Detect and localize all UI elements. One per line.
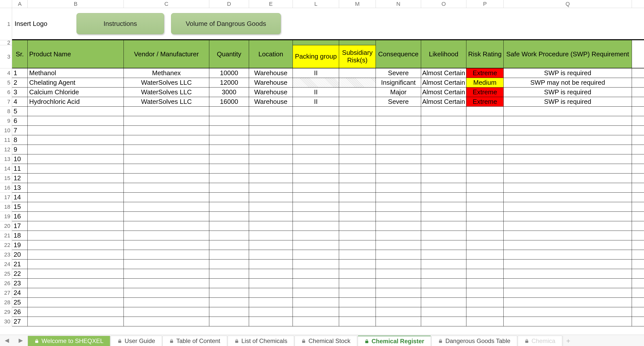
cell-cons[interactable] [376, 307, 421, 317]
cell-sub[interactable] [339, 116, 376, 125]
header-risk-rating[interactable]: Risk Rating [466, 40, 504, 68]
cell-loc[interactable] [249, 269, 293, 278]
cell-product[interactable] [28, 116, 124, 125]
cell-vendor[interactable] [124, 231, 209, 240]
cell-sub[interactable] [339, 88, 376, 97]
select-all-corner[interactable] [0, 0, 12, 8]
sheet-tab[interactable]: User Guide [111, 336, 162, 346]
cell-pg[interactable] [293, 269, 339, 278]
cell-swp[interactable] [504, 183, 632, 192]
row-header-10[interactable]: 10 [0, 126, 12, 135]
cell-risk[interactable] [466, 202, 504, 211]
row-header-21[interactable]: 21 [0, 231, 12, 240]
cell-loc[interactable] [249, 288, 293, 297]
cell-qty[interactable] [209, 317, 249, 326]
row-header-27[interactable]: 27 [0, 288, 12, 298]
cell-loc[interactable] [249, 193, 293, 202]
row-header-5[interactable]: 5 [0, 78, 12, 88]
cell-loc[interactable] [249, 116, 293, 125]
cell-sr[interactable]: 15 [12, 202, 28, 211]
cell-swp[interactable] [504, 288, 632, 297]
cell-risk[interactable] [466, 116, 504, 125]
cell-sub[interactable] [339, 135, 376, 145]
cell-lik[interactable]: Almost Certain [421, 78, 466, 87]
cell-cons[interactable] [376, 269, 421, 278]
cell-vendor[interactable] [124, 154, 209, 164]
row-header-3[interactable]: 3 [0, 45, 12, 68]
cell-qty[interactable] [209, 202, 249, 211]
volume-dangerous-goods-button[interactable]: Volume of Dangrous Goods [171, 13, 281, 34]
cell-vendor[interactable] [124, 279, 209, 288]
cell-sr[interactable]: 22 [12, 269, 28, 278]
cell-qty[interactable] [209, 126, 249, 135]
cell-sr[interactable]: 6 [12, 116, 28, 125]
cell-sub[interactable] [339, 97, 376, 106]
cell-sub[interactable] [339, 307, 376, 317]
cell-loc[interactable] [249, 240, 293, 250]
cell-risk[interactable] [466, 154, 504, 164]
cell-risk[interactable] [466, 135, 504, 145]
row-header-18[interactable]: 18 [0, 202, 12, 212]
cell-pg[interactable] [293, 231, 339, 240]
cell-product[interactable] [28, 250, 124, 259]
cell-cons[interactable] [376, 288, 421, 297]
cell-swp[interactable] [504, 298, 632, 307]
cell-qty[interactable] [209, 183, 249, 192]
cell-sr[interactable]: 18 [12, 231, 28, 240]
cell-sr[interactable]: 19 [12, 240, 28, 250]
cell-lik[interactable] [421, 260, 466, 269]
cell-sr[interactable]: 25 [12, 298, 28, 307]
cell-lik[interactable] [421, 212, 466, 221]
cell-lik[interactable] [421, 279, 466, 288]
cell-qty[interactable] [209, 288, 249, 297]
cell-qty[interactable] [209, 298, 249, 307]
cell-swp[interactable] [504, 126, 632, 135]
cell-qty[interactable] [209, 174, 249, 183]
row-header-12[interactable]: 12 [0, 145, 12, 154]
cell-sr[interactable]: 23 [12, 279, 28, 288]
cell-cons[interactable] [376, 221, 421, 231]
row-header-15[interactable]: 15 [0, 174, 12, 183]
cell-sub[interactable] [339, 279, 376, 288]
cell-sr[interactable]: 7 [12, 126, 28, 135]
header-sr[interactable]: Sr. [12, 40, 28, 68]
cell-swp[interactable] [504, 154, 632, 164]
cell-sr[interactable]: 26 [12, 307, 28, 317]
cell-lik[interactable] [421, 135, 466, 145]
cell-product[interactable] [28, 221, 124, 231]
cell-risk[interactable] [466, 250, 504, 259]
cell-lik[interactable] [421, 183, 466, 192]
cell-pg[interactable] [293, 221, 339, 231]
cell-qty[interactable] [209, 260, 249, 269]
row-header-23[interactable]: 23 [0, 250, 12, 260]
row-header-8[interactable]: 8 [0, 107, 12, 116]
row-header-13[interactable]: 13 [0, 154, 12, 164]
cell-lik[interactable] [421, 240, 466, 250]
row-header-6[interactable]: 6 [0, 88, 12, 97]
cell-cons[interactable]: Severe [376, 97, 421, 106]
sheet-tab[interactable]: Table of Content [163, 336, 227, 346]
cell-risk[interactable]: Extreme [466, 97, 504, 106]
cell-qty[interactable] [209, 164, 249, 173]
cell-sub[interactable] [339, 269, 376, 278]
cell-product[interactable] [28, 231, 124, 240]
cell-cons[interactable] [376, 279, 421, 288]
cell-sub[interactable] [339, 212, 376, 221]
cell-risk[interactable] [466, 307, 504, 317]
cell-vendor[interactable]: WaterSolves LLC [124, 88, 209, 97]
cell-loc[interactable]: Warehouse [249, 68, 293, 78]
cell-lik[interactable] [421, 317, 466, 326]
cell-vendor[interactable] [124, 126, 209, 135]
cell-loc[interactable] [249, 307, 293, 317]
cell-qty[interactable]: 12000 [209, 78, 249, 87]
cell-sub[interactable] [339, 174, 376, 183]
cell-sub[interactable] [339, 164, 376, 173]
cell-qty[interactable] [209, 221, 249, 231]
cell-product[interactable] [28, 279, 124, 288]
cell-lik[interactable]: Almost Certain [421, 97, 466, 106]
cell-pg[interactable]: II [293, 97, 339, 106]
cell-loc[interactable] [249, 212, 293, 221]
cell-cons[interactable] [376, 154, 421, 164]
cell-pg[interactable] [293, 317, 339, 326]
cell-product[interactable] [28, 298, 124, 307]
